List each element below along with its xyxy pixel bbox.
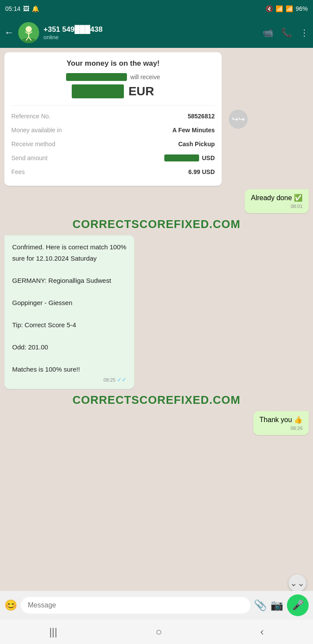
contact-status: online [43,34,258,40]
camera-icon[interactable]: 📷 [270,599,283,611]
nav-back-icon[interactable]: ‹ [260,626,264,638]
money-card: Your money is on the way! will receive E… [4,52,222,186]
nav-bar: ||| ○ ‹ [0,620,313,644]
signal-icon: 📶 [286,5,293,12]
reference-row: Reference No. 58526812 [11,109,215,123]
will-receive-text: will receive [130,74,160,80]
receive-method-value: Cash Pickup [178,141,215,148]
recipient-row: will receive [11,73,215,81]
contact-name: +351 549███438 [43,25,258,34]
receive-method-label: Receive method [11,141,55,148]
fees-value: 6.99 USD [188,168,215,175]
receive-method-row: Receive method Cash Pickup [11,137,215,151]
mic-button[interactable]: 🎤 [287,594,309,616]
money-card-title: Your money is on the way! [11,59,215,68]
prediction-league: GERMANY: Regionalliga Sudwest [12,277,111,284]
mute-icon: 🔇 [266,5,273,12]
sent-message-2: Thank you 👍 08:26 [253,411,309,435]
forward-button[interactable]: ↪↪ [229,110,248,129]
mic-icon: 🎤 [292,600,304,611]
watermark-1: CORRECTSCOREFIXED.COM [4,218,309,231]
sent-time-2: 08:26 [260,426,303,431]
prediction-sure: Matches is 100% sure!! [12,366,80,373]
reference-value: 58526812 [188,113,215,120]
send-amount-row: Send amount USD [11,151,215,165]
prediction-text: Confrimed. Here is correct match 100%sur… [12,242,127,375]
chevron-down-icon: ⌄⌄ [290,578,305,588]
emoji-icon[interactable]: 😊 [4,599,17,611]
available-row: Money available in A Few Minutes [11,123,215,137]
prediction-line-1: Confrimed. Here is correct match 100%sur… [12,243,127,262]
chat-body: Your money is on the way! will receive E… [0,48,313,495]
status-left: 05:14 🖼 🔔 [5,5,39,12]
money-transfer-bubble: Your money is on the way! will receive E… [4,52,222,186]
scroll-down-button[interactable]: ⌄⌄ [289,574,306,592]
reference-label: Reference No. [11,113,50,120]
fees-label: Fees [11,168,25,175]
nav-menu-icon[interactable]: ||| [49,626,57,638]
time: 05:14 [5,5,20,12]
status-bar: 05:14 🖼 🔔 🔇 📶 📶 96% [0,0,313,17]
sent-time-1: 08:01 [251,204,303,209]
send-amount-redacted [164,154,199,161]
currency-label: EUR [128,84,154,98]
chat-header: ← +351 549███438 online 📹 📞 ⋮ [0,17,313,48]
prediction-tip: Tip: Correct Score 5-4 [12,321,76,329]
send-amount-currency: USD [202,154,215,161]
fees-row: Fees 6.99 USD [11,165,215,179]
amount-row: EUR [11,84,215,98]
prediction-match: Goppinger - Giessen [12,299,72,306]
back-button[interactable]: ← [4,27,14,38]
video-call-icon[interactable]: 📹 [263,27,273,38]
avatar-image [18,22,39,43]
wifi-icon: 📶 [276,5,283,12]
photo-icon: 🖼 [23,5,29,12]
contact-info: +351 549███438 online [43,25,258,40]
prediction-odd: Odd: 201.00 [12,343,48,351]
recipient-name-redacted [66,73,127,81]
nav-home-icon[interactable]: ○ [156,626,162,638]
status-right: 🔇 📶 📶 96% [266,5,308,12]
double-tick: ✓✓ [117,376,127,383]
send-amount-label: Send amount [11,154,47,161]
sent-text-2: Thank you 👍 [260,416,303,423]
amount-redacted [72,84,124,98]
message-input[interactable] [21,597,250,614]
phone-call-icon[interactable]: 📞 [281,27,292,38]
sent-message-1: Already done ✅ 08:01 [245,189,309,213]
avatar [18,22,39,43]
header-icons: 📹 📞 ⋮ [263,27,309,38]
watermark-2: CORRECTSCOREFIXED.COM [4,393,309,407]
prediction-bubble: Confrimed. Here is correct match 100%sur… [4,235,134,389]
svg-point-2 [26,26,32,32]
more-options-icon[interactable]: ⋮ [300,27,309,38]
available-value: A Few Minutes [173,127,215,134]
prediction-time: 08:25 ✓✓ [12,376,127,383]
battery: 96% [296,5,308,12]
input-bar: 😊 📎 📷 🎤 [0,591,313,620]
bell-icon: 🔔 [32,5,39,12]
sent-text-1: Already done ✅ [251,194,303,201]
attachment-icon[interactable]: 📎 [254,599,267,611]
available-label: Money available in [11,127,62,134]
